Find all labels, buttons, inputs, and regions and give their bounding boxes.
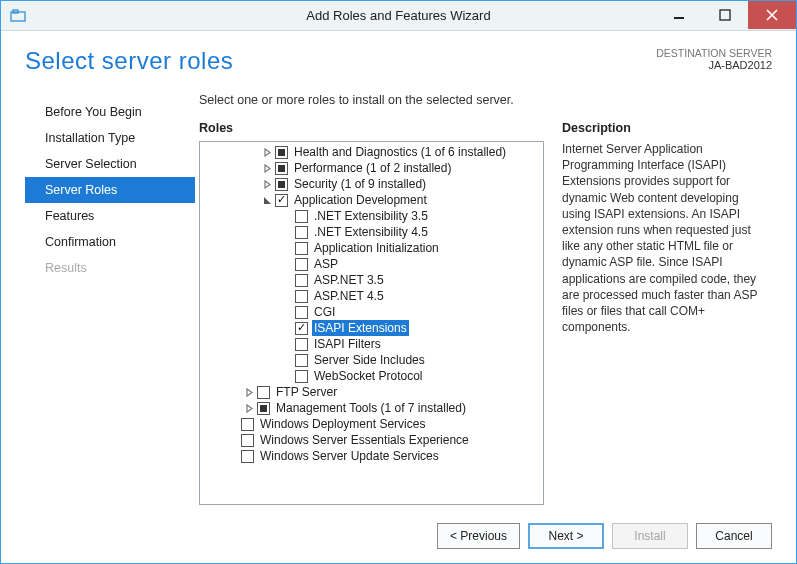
- expander-spacer: [280, 259, 293, 270]
- tree-node-label[interactable]: Application Development: [292, 192, 429, 208]
- maximize-button[interactable]: [702, 1, 748, 29]
- nav-item-sel[interactable]: Server Selection: [25, 151, 195, 177]
- checkbox[interactable]: [295, 370, 308, 383]
- checkbox[interactable]: [241, 434, 254, 447]
- checkbox[interactable]: [295, 242, 308, 255]
- cancel-button[interactable]: Cancel: [696, 523, 772, 549]
- tree-node-label[interactable]: .NET Extensibility 3.5: [312, 208, 430, 224]
- checkbox[interactable]: [241, 450, 254, 463]
- window-buttons: [656, 1, 796, 30]
- nav-item-type[interactable]: Installation Type: [25, 125, 195, 151]
- tree-node[interactable]: Application Initialization: [200, 240, 543, 256]
- tree-node[interactable]: Performance (1 of 2 installed): [200, 160, 543, 176]
- app-icon: [9, 7, 27, 25]
- expand-icon[interactable]: [262, 163, 273, 174]
- nav-item-before[interactable]: Before You Begin: [25, 99, 195, 125]
- tree-node-label[interactable]: Server Side Includes: [312, 352, 427, 368]
- next-button[interactable]: Next >: [528, 523, 604, 549]
- tree-node-label[interactable]: Performance (1 of 2 installed): [292, 160, 453, 176]
- tree-node-label[interactable]: Health and Diagnostics (1 of 6 installed…: [292, 144, 508, 160]
- tree-node-label[interactable]: ASP: [312, 256, 340, 272]
- expand-icon[interactable]: [244, 387, 255, 398]
- tree-node[interactable]: WebSocket Protocol: [200, 368, 543, 384]
- checkbox[interactable]: [257, 402, 270, 415]
- tree-node-label[interactable]: Management Tools (1 of 7 installed): [274, 400, 468, 416]
- checkbox[interactable]: [241, 418, 254, 431]
- tree-node-label[interactable]: WebSocket Protocol: [312, 368, 425, 384]
- tree-node[interactable]: Security (1 of 9 installed): [200, 176, 543, 192]
- checkbox[interactable]: [275, 194, 288, 207]
- checkbox[interactable]: [295, 274, 308, 287]
- wizard-window: Add Roles and Features Wizard Select ser…: [0, 0, 797, 564]
- tree-node[interactable]: CGI: [200, 304, 543, 320]
- destination-server: JA-BAD2012: [656, 59, 772, 71]
- tree-node-label[interactable]: Application Initialization: [312, 240, 441, 256]
- tree-node-label[interactable]: ASP.NET 3.5: [312, 272, 386, 288]
- tree-node[interactable]: Windows Server Update Services: [200, 448, 543, 464]
- tree-node-label[interactable]: Windows Deployment Services: [258, 416, 427, 432]
- install-button: Install: [612, 523, 688, 549]
- tree-node-label[interactable]: ISAPI Filters: [312, 336, 383, 352]
- checkbox[interactable]: [295, 322, 308, 335]
- expander-spacer: [280, 211, 293, 222]
- tree-node-label[interactable]: ASP.NET 4.5: [312, 288, 386, 304]
- body: Before You BeginInstallation TypeServer …: [25, 93, 772, 505]
- svg-rect-3: [720, 10, 730, 20]
- roles-treeview[interactable]: Health and Diagnostics (1 of 6 installed…: [199, 141, 544, 505]
- tree-node[interactable]: Windows Server Essentials Experience: [200, 432, 543, 448]
- tree-node[interactable]: ISAPI Extensions: [200, 320, 543, 336]
- tree-node-label[interactable]: Windows Server Update Services: [258, 448, 441, 464]
- checkbox[interactable]: [295, 258, 308, 271]
- expand-icon[interactable]: [244, 403, 255, 414]
- nav-item-conf[interactable]: Confirmation: [25, 229, 195, 255]
- collapse-icon[interactable]: [262, 195, 273, 206]
- checkbox[interactable]: [275, 146, 288, 159]
- tree-node[interactable]: ASP.NET 3.5: [200, 272, 543, 288]
- tree-node-label[interactable]: CGI: [312, 304, 337, 320]
- tree-node-label[interactable]: Windows Server Essentials Experience: [258, 432, 471, 448]
- checkbox[interactable]: [295, 210, 308, 223]
- tree-node[interactable]: Windows Deployment Services: [200, 416, 543, 432]
- tree-node-label[interactable]: ISAPI Extensions: [312, 320, 409, 336]
- nav-item-roles[interactable]: Server Roles: [25, 177, 195, 203]
- expand-icon[interactable]: [262, 179, 273, 190]
- expander-spacer: [226, 451, 239, 462]
- description-heading: Description: [562, 121, 772, 135]
- tree-node-label[interactable]: Security (1 of 9 installed): [292, 176, 428, 192]
- minimize-button[interactable]: [656, 1, 702, 29]
- roles-heading: Roles: [199, 121, 544, 135]
- tree-node[interactable]: ASP.NET 4.5: [200, 288, 543, 304]
- checkbox[interactable]: [257, 386, 270, 399]
- tree-node-label[interactable]: FTP Server: [274, 384, 339, 400]
- expand-icon[interactable]: [262, 147, 273, 158]
- close-button[interactable]: [748, 1, 796, 29]
- tree-node[interactable]: Server Side Includes: [200, 352, 543, 368]
- tree-node[interactable]: Management Tools (1 of 7 installed): [200, 400, 543, 416]
- expander-spacer: [280, 339, 293, 350]
- tree-node[interactable]: .NET Extensibility 3.5: [200, 208, 543, 224]
- checkbox[interactable]: [295, 306, 308, 319]
- checkbox[interactable]: [275, 178, 288, 191]
- nav-item-feat[interactable]: Features: [25, 203, 195, 229]
- expander-spacer: [280, 243, 293, 254]
- tree-node[interactable]: Health and Diagnostics (1 of 6 installed…: [200, 144, 543, 160]
- checkbox[interactable]: [275, 162, 288, 175]
- nav-item-res: Results: [25, 255, 195, 281]
- previous-button[interactable]: < Previous: [437, 523, 520, 549]
- expander-spacer: [280, 227, 293, 238]
- expander-spacer: [280, 355, 293, 366]
- checkbox[interactable]: [295, 226, 308, 239]
- tree-node[interactable]: ASP: [200, 256, 543, 272]
- tree-node[interactable]: Application Development: [200, 192, 543, 208]
- tree-node[interactable]: .NET Extensibility 4.5: [200, 224, 543, 240]
- expander-spacer: [280, 291, 293, 302]
- checkbox[interactable]: [295, 338, 308, 351]
- checkbox[interactable]: [295, 354, 308, 367]
- footer-buttons: < Previous Next > Install Cancel: [1, 513, 796, 563]
- main-panel: Select one or more roles to install on t…: [195, 93, 772, 505]
- checkbox[interactable]: [295, 290, 308, 303]
- tree-node[interactable]: FTP Server: [200, 384, 543, 400]
- prompt-text: Select one or more roles to install on t…: [199, 93, 772, 107]
- tree-node-label[interactable]: .NET Extensibility 4.5: [312, 224, 430, 240]
- tree-node[interactable]: ISAPI Filters: [200, 336, 543, 352]
